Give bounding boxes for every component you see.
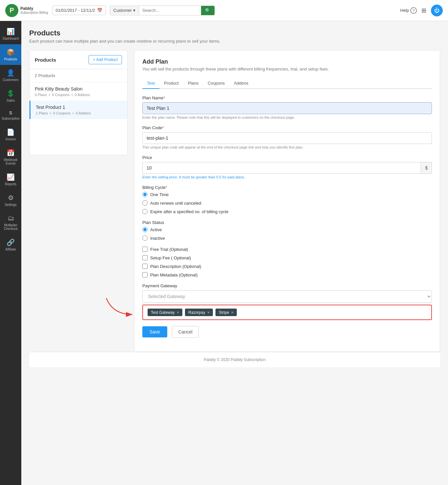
gateway-arrow-container: Test Gateway × Razorpay × Stripe × bbox=[142, 305, 432, 320]
status-radio-active[interactable] bbox=[142, 227, 148, 232]
sidebar-item-label: Sales bbox=[7, 99, 15, 102]
billing-radio-autorenew[interactable] bbox=[142, 200, 148, 206]
sidebar-item-webhook[interactable]: 📅 Webhook Events bbox=[0, 145, 21, 169]
add-product-button[interactable]: + Add Product bbox=[89, 55, 122, 64]
checkbox-label-free-trial: Free Trial (Optional) bbox=[150, 247, 188, 252]
checkbox-label-setup-fee: Setup Fee ( Optional) bbox=[150, 255, 191, 260]
tab-addons[interactable]: Addons bbox=[229, 78, 253, 89]
price-input[interactable] bbox=[142, 162, 421, 174]
gateway-tag-stripe-remove[interactable]: × bbox=[231, 310, 234, 315]
sidebar-item-subscription[interactable]: S Subscription bbox=[0, 106, 21, 124]
sidebar-item-affiliate[interactable]: 🔗 Affiliate bbox=[0, 234, 21, 255]
checkbox-label-plan-desc: Plan Description (Optional) bbox=[150, 264, 201, 269]
status-option-inactive[interactable]: Inactive bbox=[142, 235, 432, 241]
plan-code-input[interactable] bbox=[142, 132, 432, 144]
sidebar-item-customers[interactable]: 👤 Customers bbox=[0, 65, 21, 86]
sidebar-item-label: Subscription bbox=[2, 117, 20, 120]
search-input[interactable] bbox=[139, 6, 201, 15]
billing-label-onetime: One Time bbox=[150, 192, 169, 197]
gateway-tag-razorpay-remove[interactable]: × bbox=[207, 310, 210, 315]
settings-icon: ⚙ bbox=[8, 194, 14, 202]
product-item-pink-kitty[interactable]: Pink Kitty Beauty Salon 0 Plans • 0 Coup… bbox=[30, 82, 127, 101]
checkbox-setup-fee[interactable]: Setup Fee ( Optional) bbox=[142, 255, 432, 260]
billing-cycle-label: Billing Cycle* bbox=[142, 185, 432, 190]
plan-name-input[interactable] bbox=[142, 102, 432, 114]
gateway-tag-test-remove[interactable]: × bbox=[177, 310, 179, 315]
add-plan-panel: Add Plan You will sell the products thro… bbox=[134, 50, 440, 352]
price-input-area: $ bbox=[142, 162, 432, 174]
gateway-tag-test: Test Gateway × bbox=[148, 309, 182, 316]
save-button[interactable]: Save bbox=[142, 326, 167, 337]
payment-gateway-group: Payment Gateway Selected Gateway Test Ga… bbox=[142, 283, 432, 320]
search-button[interactable]: 🔍 bbox=[201, 6, 214, 15]
sidebar-item-products[interactable]: 📦 Products bbox=[0, 44, 21, 65]
checkbox-plan-desc[interactable]: Plan Description (Optional) bbox=[142, 264, 432, 269]
sidebar-item-invoice[interactable]: 📄 Invoice bbox=[0, 124, 21, 145]
sidebar-item-label: Invoice bbox=[6, 137, 16, 141]
billing-radio-onetime[interactable] bbox=[142, 192, 148, 197]
required-star: * bbox=[162, 125, 164, 130]
footer-text: Pabbly © 2020 Pabbly Subscription bbox=[204, 357, 265, 362]
tab-test[interactable]: Test bbox=[142, 78, 159, 89]
tab-plans[interactable]: Plans bbox=[183, 78, 203, 89]
chevron-down-icon: ▾ bbox=[133, 8, 135, 13]
footer: Pabbly © 2020 Pabbly Subscription bbox=[29, 352, 440, 367]
logo-text-block: Pabbly Subscription Billing bbox=[20, 6, 48, 14]
layout: 📊 Dashboard 📦 Products 👤 Customers 💲 Sal… bbox=[0, 21, 448, 485]
header: P Pabbly Subscription Billing 01/01/2017… bbox=[0, 0, 448, 21]
sidebar: 📊 Dashboard 📦 Products 👤 Customers 💲 Sal… bbox=[0, 21, 21, 485]
gateway-tag-stripe: Stripe × bbox=[215, 309, 237, 316]
reports-icon: 📈 bbox=[7, 173, 15, 181]
user-avatar[interactable]: ⏻ bbox=[431, 5, 443, 16]
search-type-label: Customer bbox=[113, 8, 132, 13]
sidebar-item-dashboard[interactable]: 📊 Dashboard bbox=[0, 24, 21, 44]
help-button[interactable]: Help ? bbox=[400, 7, 417, 14]
sidebar-item-settings[interactable]: ⚙ Settings bbox=[0, 190, 21, 211]
checkbox-input-free-trial[interactable] bbox=[142, 247, 148, 252]
sidebar-item-label: Affiliate bbox=[5, 248, 16, 251]
billing-option-expire[interactable]: Expire after a specified no. of billing … bbox=[142, 209, 432, 214]
dashboard-icon: 📊 bbox=[7, 28, 15, 35]
search-area: Customer ▾ 🔍 bbox=[110, 6, 215, 15]
grid-icon[interactable]: ⊞ bbox=[421, 7, 426, 14]
cancel-button[interactable]: Cancel bbox=[172, 326, 199, 338]
search-type-dropdown[interactable]: Customer ▾ bbox=[110, 6, 139, 15]
billing-option-onetime[interactable]: One Time bbox=[142, 192, 432, 197]
optional-checkboxes: Free Trial (Optional) Setup Fee ( Option… bbox=[142, 247, 432, 277]
status-option-active[interactable]: Active bbox=[142, 227, 432, 232]
plan-name-label: Plan Name* bbox=[142, 95, 432, 100]
checkbox-input-plan-desc[interactable] bbox=[142, 264, 148, 269]
sidebar-item-label: Dashboard bbox=[3, 37, 19, 40]
sidebar-item-reports[interactable]: 📈 Reports bbox=[0, 169, 21, 190]
sidebar-item-multiplan[interactable]: 🗂 Multiplan Checkout bbox=[0, 211, 21, 234]
checkbox-free-trial[interactable]: Free Trial (Optional) bbox=[142, 247, 432, 252]
billing-radio-expire[interactable] bbox=[142, 209, 148, 214]
plan-status-group: Plan Status Active Inactive bbox=[142, 220, 432, 241]
billing-label-expire: Expire after a specified no. of billing … bbox=[150, 209, 228, 214]
sidebar-item-sales[interactable]: 💲 Sales bbox=[0, 86, 21, 106]
add-plan-subtitle: You will sell the products through these… bbox=[142, 67, 432, 71]
payment-gateway-label: Payment Gateway bbox=[142, 283, 432, 288]
required-star: * bbox=[163, 95, 165, 100]
billing-option-autorenew[interactable]: Auto renews until canceled bbox=[142, 200, 432, 206]
date-range-picker[interactable]: 01/01/2017 - 12/11/2 📅 bbox=[52, 6, 106, 15]
required-star: * bbox=[166, 185, 167, 190]
affiliate-icon: 🔗 bbox=[7, 238, 15, 246]
gateway-select[interactable]: Selected Gateway Test Gateway Razorpay S… bbox=[142, 290, 432, 303]
logo-icon: P bbox=[5, 4, 18, 17]
products-count: 2 Products bbox=[30, 69, 127, 82]
checkbox-input-setup-fee[interactable] bbox=[142, 255, 148, 260]
gateway-tag-razorpay-label: Razorpay bbox=[188, 310, 205, 315]
logo-area: P Pabbly Subscription Billing bbox=[5, 4, 48, 17]
billing-label-autorenew: Auto renews until canceled bbox=[150, 201, 201, 206]
status-radio-inactive[interactable] bbox=[142, 235, 148, 241]
tab-product[interactable]: Product bbox=[159, 78, 183, 89]
checkbox-input-plan-meta[interactable] bbox=[142, 272, 148, 277]
billing-cycle-group: Billing Cycle* One Time Auto renews unti… bbox=[142, 185, 432, 214]
products-panel-title: Products bbox=[35, 57, 56, 63]
product-item-test1[interactable]: Test Product 1 1 Plans • 0 Coupons • 0 A… bbox=[30, 101, 127, 119]
checkbox-plan-meta[interactable]: Plan Metadata (Optional) bbox=[142, 272, 432, 277]
tab-coupons[interactable]: Coupons bbox=[203, 78, 229, 89]
sub-tabs: Test Product Plans Coupons Addons bbox=[142, 78, 432, 89]
optional-fields-group: Free Trial (Optional) Setup Fee ( Option… bbox=[142, 247, 432, 277]
